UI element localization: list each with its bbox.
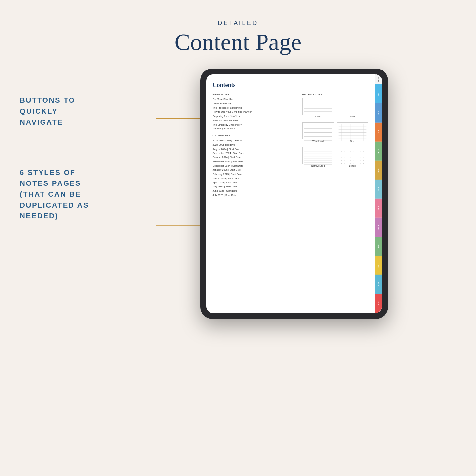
list-item[interactable]: 2024-2025 Holidays (213, 143, 297, 147)
nav-annotation-block: BUTTONS TOQUICKLYNAVIGATE (20, 95, 132, 127)
list-item[interactable]: Letter from Emily (213, 102, 297, 106)
svg-point-65 (344, 160, 345, 161)
left-annotations: BUTTONS TOQUICKLYNAVIGATE 6 STYLES OFNOT… (20, 69, 132, 261)
year-tab[interactable]: 24·25 (375, 74, 382, 84)
list-item[interactable]: For More Simplified (213, 98, 297, 102)
list-item[interactable]: February 2025 | Start Date (213, 172, 297, 177)
notes-annotation-block: 6 STYLES OFNOTES PAGES(THAT CAN BEDUPLIC… (20, 167, 132, 221)
tab-mar[interactable]: MAR (375, 218, 382, 237)
svg-point-63 (363, 157, 363, 158)
list-item[interactable]: June 2025 | Start Date (213, 189, 297, 193)
note-type-dotted[interactable]: Dotted (337, 147, 368, 169)
svg-point-77 (357, 163, 357, 164)
svg-point-59 (350, 157, 351, 158)
list-item[interactable]: December 2024 | Start Date (213, 164, 297, 168)
svg-point-76 (353, 163, 354, 164)
svg-point-64 (341, 160, 342, 161)
svg-point-51 (350, 154, 351, 154)
right-column: NOTES PAGES (302, 93, 368, 198)
svg-point-48 (341, 154, 342, 154)
svg-point-41 (344, 151, 345, 152)
svg-point-61 (357, 157, 357, 158)
note-type-grid[interactable]: Grid (337, 122, 368, 144)
note-type-narrow-lined[interactable]: Narrow Lined (302, 147, 334, 169)
list-item[interactable]: July 2025 | Start Date (213, 193, 297, 198)
two-column-layout: PREP WORK For More Simplified Letter fro… (213, 93, 368, 198)
svg-point-62 (360, 157, 360, 158)
tab-sep[interactable]: SEP (375, 103, 382, 123)
svg-point-45 (357, 151, 357, 152)
note-type-wide-lined[interactable]: Wide Lined (302, 122, 334, 144)
tab-jun[interactable]: JUN (375, 275, 382, 294)
svg-point-43 (350, 151, 351, 152)
svg-point-67 (350, 160, 351, 161)
svg-point-79 (363, 163, 363, 164)
tab-may[interactable]: MAY (375, 256, 382, 275)
svg-point-47 (363, 151, 363, 152)
tablet-screen: Contents PREP WORK For More Simplified L… (206, 74, 382, 313)
note-type-blank[interactable]: Blank (337, 98, 368, 120)
list-item[interactable]: April 2025 | Start Date (213, 181, 297, 185)
svg-point-57 (344, 157, 345, 158)
svg-point-42 (347, 151, 348, 152)
list-item[interactable]: May 2025 | Start Date (213, 185, 297, 189)
svg-point-44 (353, 151, 354, 152)
svg-point-69 (357, 160, 357, 161)
tab-apr[interactable]: APR (375, 237, 382, 256)
list-item[interactable]: September 2024 | Start Date (213, 151, 297, 155)
svg-point-71 (363, 160, 363, 161)
notes-grid: Lined Blank (302, 98, 368, 169)
svg-point-78 (360, 163, 360, 164)
svg-point-74 (347, 163, 348, 164)
svg-point-68 (353, 160, 354, 161)
svg-point-58 (347, 157, 348, 158)
list-item[interactable]: March 2025 | Start Date (213, 177, 297, 181)
svg-rect-10 (337, 98, 368, 118)
list-item[interactable]: My Yearly Bucket List (213, 127, 297, 131)
tab-jan[interactable]: JAN (375, 180, 382, 199)
svg-point-60 (353, 157, 354, 158)
note-type-lined[interactable]: Lined (302, 98, 334, 120)
list-item[interactable]: The Process of Simplifying (213, 106, 297, 110)
tab-aug[interactable]: AUG (375, 84, 382, 103)
svg-point-40 (341, 151, 342, 152)
tablet-content-area: Contents PREP WORK For More Simplified L… (206, 74, 375, 313)
calendar-items: 2024-2025 Yearly Calendar 2024-2025 Holi… (213, 139, 297, 198)
list-item[interactable]: October 2024 | Start Date (213, 155, 297, 160)
svg-point-55 (363, 154, 363, 154)
left-column: PREP WORK For More Simplified Letter fro… (213, 93, 297, 198)
list-item[interactable]: The Simplicity Challenge™ (213, 123, 297, 127)
calendars-label: CALENDARS (213, 134, 297, 137)
list-item[interactable]: January 2025 | Start Date (213, 168, 297, 172)
contents-heading: Contents (213, 82, 368, 89)
svg-point-56 (341, 157, 342, 158)
list-item[interactable]: 2024-2025 Yearly Calendar (213, 139, 297, 143)
page-subtitle: DETAILED (0, 20, 476, 27)
tab-jul[interactable]: JUL (375, 294, 382, 313)
notes-pages-label: NOTES PAGES (302, 93, 368, 96)
svg-point-72 (341, 163, 342, 164)
month-tabs: 24·25 AUG SEP OCT NOV DEC JAN FEB MAR AP… (375, 74, 382, 313)
main-layout: BUTTONS TOQUICKLYNAVIGATE 6 STYLES OFNOT… (0, 69, 476, 319)
list-item[interactable]: August 2024 | Start Date (213, 147, 297, 152)
list-item[interactable]: How to Use Your Simplified Planner (213, 110, 297, 114)
svg-point-50 (347, 154, 348, 154)
svg-point-73 (344, 163, 345, 164)
list-item[interactable]: Preparing for a New Year (213, 114, 297, 119)
svg-point-49 (344, 154, 345, 154)
svg-point-54 (360, 154, 360, 154)
list-item[interactable]: Ideas for New Routines (213, 119, 297, 123)
svg-point-53 (357, 154, 357, 154)
page-title: Content Page (0, 29, 476, 55)
svg-point-46 (360, 151, 360, 152)
prep-work-label: PREP WORK (213, 93, 297, 96)
tab-dec[interactable]: DEC (375, 161, 382, 180)
tab-feb[interactable]: FEB (375, 199, 382, 218)
svg-rect-30 (303, 147, 334, 167)
nav-annotation-text: BUTTONS TOQUICKLYNAVIGATE (20, 95, 132, 127)
tablet-device: Contents PREP WORK For More Simplified L… (200, 69, 388, 319)
list-item[interactable]: November 2024 | Start Date (213, 160, 297, 164)
tab-oct[interactable]: OCT (375, 123, 382, 142)
tab-nov[interactable]: NOV (375, 142, 382, 161)
svg-rect-4 (303, 98, 334, 118)
